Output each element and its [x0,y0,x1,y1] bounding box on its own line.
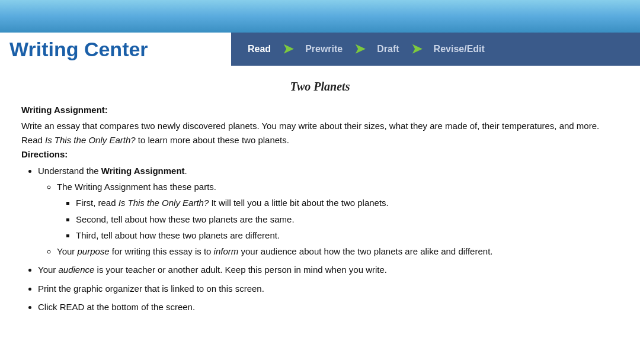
list-item-3: Print the graphic organizer that is link… [38,282,619,295]
sub-sub-text-1a: First, read [76,198,119,208]
sub-list-item-1b: Your purpose for writing this essay is t… [57,244,619,258]
sub-sub-item-2: Second, tell about how these two planets… [76,212,619,226]
sub-sub-text-3: Third, tell about how these two planets … [76,230,280,240]
directions-label: Directions: [21,149,619,159]
page-title: Two Planets [21,80,619,94]
list-item-1: Understand the Writing Assignment. The W… [38,164,619,259]
sub-sub-text-1b: It will tell you a little bit about the … [209,198,389,208]
sub2-text-end: your audience about how the two planets … [238,246,492,256]
arrow-icon-3: ➤ [411,41,422,57]
writing-assignment-label: Writing Assignment: [21,105,108,115]
sub2-italic: purpose [77,246,109,256]
bullet2-text-end: is your teacher or another adult. Keep t… [94,265,387,275]
list-item-2: Your audience is your teacher or another… [38,263,619,276]
sub-sub-item-1: First, read Is This the Only Earth? It w… [76,196,619,210]
sub1-text: The Writing Assignment has these parts. [57,182,216,192]
header-title-area: Writing Center [0,33,231,66]
bullet2-text-start: Your [38,265,58,275]
bullet1-text-end: . [185,166,187,176]
bullet2-italic: audience [58,265,94,275]
intro-paragraph: Write an essay that compares two newly d… [21,119,619,147]
sub-sub-text-2: Second, tell about how these two planets… [76,214,295,224]
sub2-italic2: inform [214,246,239,256]
sub2-text-start: Your [57,246,77,256]
app-title: Writing Center [9,38,148,61]
header: Writing Center Read ➤ Prewrite ➤ Draft ➤… [0,33,640,66]
tab-draft[interactable]: Draft [366,33,409,66]
tab-prewrite[interactable]: Prewrite [295,33,353,66]
writing-assignment-intro: Writing Assignment: [21,103,619,117]
bullet3-text: Print the graphic organizer that is link… [38,284,264,294]
tab-read[interactable]: Read [237,33,281,66]
main-content: Two Planets Writing Assignment: Write an… [0,66,640,330]
arrow-icon-2: ➤ [354,41,365,57]
bullet1-text-start: Understand the [38,166,101,176]
list-item-4: Click READ at the bottom of the screen. [38,300,619,314]
sub2-text-middle: for writing this essay is to [110,246,214,256]
intro-text-2: to learn more about these two planets. [136,135,289,145]
tab-revise-edit[interactable]: Revise/Edit [423,33,495,66]
sub-sub-list: First, read Is This the Only Earth? It w… [76,196,619,242]
sub-list-1: The Writing Assignment has these parts. … [57,180,619,258]
top-banner [0,0,640,33]
intro-italic-title: Is This the Only Earth? [45,135,136,145]
main-list: Understand the Writing Assignment. The W… [38,164,619,314]
sub-list-item-1a: The Writing Assignment has these parts. … [57,180,619,242]
bullet1-text-bold: Writing Assignment [101,166,185,176]
arrow-icon-1: ➤ [283,41,293,57]
nav-tabs: Read ➤ Prewrite ➤ Draft ➤ Revise/Edit [231,33,640,66]
sub-sub-italic-1: Is This the Only Earth? [119,198,209,208]
sub-sub-item-3: Third, tell about how these two planets … [76,228,619,242]
bullet4-text: Click READ at the bottom of the screen. [38,302,195,312]
